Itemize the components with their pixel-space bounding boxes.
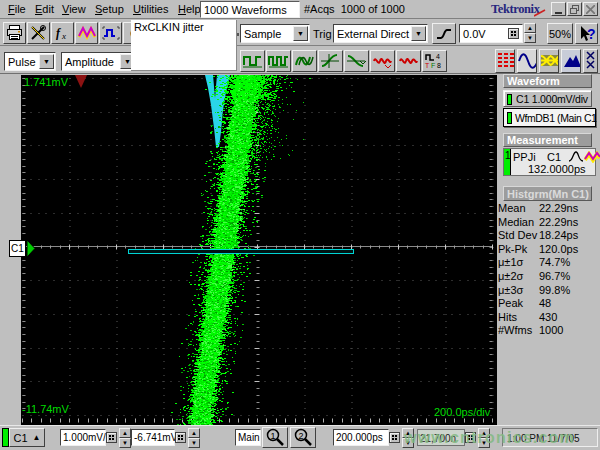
svg-text:2: 2 [299, 431, 304, 441]
svg-text:1: 1 [271, 431, 276, 441]
